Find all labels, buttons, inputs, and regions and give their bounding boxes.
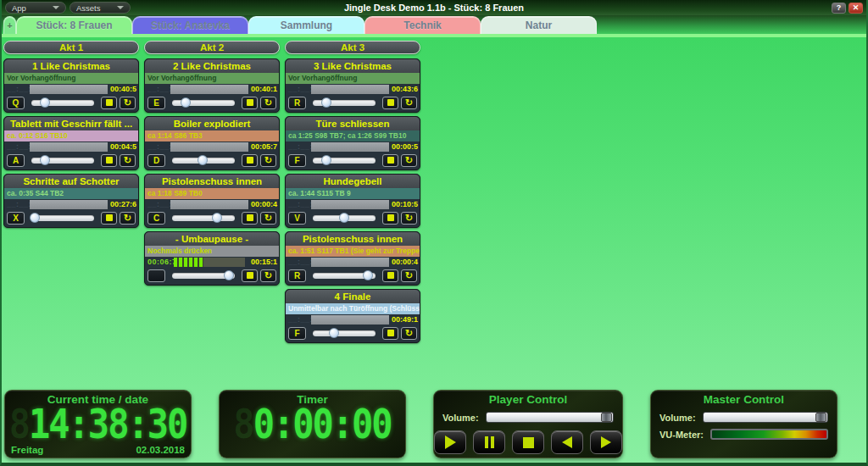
hotkey-button[interactable]: R: [288, 97, 306, 109]
cue-card: Tablett mit Geschirr fällt ...ca. 0:12 S…: [3, 116, 139, 170]
loop-button[interactable]: ↻: [120, 154, 136, 167]
slider-thumb[interactable]: [181, 97, 191, 108]
act-header[interactable]: Akt 1: [3, 41, 139, 54]
stop-button[interactable]: [101, 154, 117, 167]
cue-time-row: __:__:__00:40:5: [4, 84, 138, 95]
cue-time-row: __:__:__00:04:5: [4, 141, 138, 153]
cue-progress-fill: [174, 258, 203, 267]
cue-volume-slider[interactable]: [172, 100, 235, 106]
loop-button[interactable]: ↻: [401, 212, 417, 225]
loop-button[interactable]: ↻: [401, 327, 417, 340]
slider-thumb[interactable]: [40, 155, 50, 165]
cue-volume-slider[interactable]: [172, 273, 235, 279]
stop-button[interactable]: [382, 212, 398, 225]
loop-button[interactable]: ↻: [401, 97, 417, 109]
stop-button[interactable]: [512, 430, 544, 454]
hotkey-button[interactable]: F: [288, 327, 306, 340]
hotkey-button[interactable]: C: [147, 212, 165, 225]
loop-button[interactable]: ↻: [260, 97, 276, 109]
master-volume-slider[interactable]: [703, 412, 828, 423]
stop-button[interactable]: [382, 327, 398, 340]
cue-volume-slider[interactable]: [313, 215, 376, 221]
slider-thumb[interactable]: [339, 213, 349, 223]
cue-volume-slider[interactable]: [31, 215, 94, 221]
loop-button[interactable]: ↻: [401, 154, 417, 167]
help-button[interactable]: ?: [832, 3, 846, 14]
slider-thumb[interactable]: [224, 270, 234, 280]
slider-thumb[interactable]: [198, 155, 208, 165]
stop-button[interactable]: [101, 97, 117, 109]
slider-thumb[interactable]: [40, 97, 50, 108]
stop-button[interactable]: [242, 212, 258, 225]
act-column-1: Akt 11 Like ChristmasVor Vorhangöffnung_…: [3, 41, 139, 347]
hotkey-button[interactable]: Q: [7, 97, 25, 109]
cue-time-row: __:__:__00:27:6: [4, 199, 138, 210]
next-button[interactable]: [590, 430, 622, 454]
add-tab-button[interactable]: +: [3, 16, 16, 34]
cue-title: Tablett mit Geschirr fällt ...: [4, 117, 138, 130]
stop-button[interactable]: [242, 154, 258, 167]
hotkey-button[interactable]: R: [288, 269, 306, 282]
hotkey-button[interactable]: A: [7, 154, 25, 167]
hotkey-button[interactable]: [147, 269, 165, 282]
hotkey-button[interactable]: D: [147, 154, 165, 167]
cue-time-row: __:__:__00:10:5: [286, 199, 420, 210]
stop-icon: [387, 99, 394, 106]
hotkey-button[interactable]: E: [147, 97, 165, 109]
slider-thumb[interactable]: [329, 328, 339, 338]
stop-button[interactable]: [242, 97, 258, 109]
transport-controls: [434, 430, 622, 454]
window-controls: ? ✕: [832, 3, 866, 14]
pause-button[interactable]: [473, 430, 505, 454]
tab-5[interactable]: Natur: [481, 16, 597, 34]
cue-time-row: __:__:__00:00:4: [286, 257, 420, 268]
cue-volume-slider[interactable]: [313, 158, 376, 164]
loop-button[interactable]: ↻: [260, 212, 276, 225]
cue-controls: C↻: [145, 210, 279, 227]
player-volume-thumb[interactable]: [601, 413, 612, 422]
play-icon: [445, 435, 456, 449]
cue-volume-slider[interactable]: [31, 100, 94, 106]
cue-title: Hundegebell: [286, 175, 420, 188]
slider-thumb[interactable]: [212, 213, 222, 223]
tab-4[interactable]: Technik: [364, 16, 481, 34]
act-header[interactable]: Akt 3: [285, 41, 420, 54]
cue-volume-slider[interactable]: [313, 273, 376, 279]
play-button[interactable]: [434, 430, 466, 454]
act-header[interactable]: Akt 2: [144, 41, 280, 54]
player-volume-slider[interactable]: [486, 412, 614, 423]
cue-volume-slider[interactable]: [31, 158, 94, 164]
tab-2[interactable]: Stück: Anatevka: [132, 16, 248, 34]
close-button[interactable]: ✕: [849, 3, 863, 14]
loop-button[interactable]: ↻: [260, 269, 276, 282]
hotkey-button[interactable]: X: [7, 212, 25, 225]
cue-controls: V↻: [286, 210, 420, 227]
tab-1[interactable]: Stück: 8 Frauen: [16, 16, 132, 34]
cue-progress-bar: [174, 258, 245, 267]
cue-volume-slider[interactable]: [313, 330, 376, 336]
cue-note: ca. 1:51 S117 TB1 (Sie geht zur Treppe): [286, 246, 420, 257]
stop-button[interactable]: [242, 269, 258, 282]
stop-button[interactable]: [101, 212, 117, 225]
prev-button[interactable]: [551, 430, 583, 454]
vu-meter-bar: [710, 429, 828, 440]
slider-thumb[interactable]: [321, 155, 331, 165]
slider-thumb[interactable]: [321, 97, 331, 108]
hotkey-button[interactable]: F: [288, 154, 306, 167]
tab-3[interactable]: Sammlung: [248, 16, 364, 34]
loop-button[interactable]: ↻: [260, 154, 276, 167]
stop-button[interactable]: [382, 97, 398, 109]
loop-button[interactable]: ↻: [401, 269, 417, 282]
hotkey-button[interactable]: V: [288, 212, 306, 225]
stop-button[interactable]: [382, 154, 398, 167]
master-volume-thumb[interactable]: [815, 413, 826, 422]
cue-volume-slider[interactable]: [313, 100, 376, 106]
stop-button[interactable]: [382, 269, 398, 282]
cue-volume-slider[interactable]: [172, 215, 235, 221]
cue-volume-slider[interactable]: [172, 158, 235, 164]
loop-button[interactable]: ↻: [120, 212, 136, 225]
loop-button[interactable]: ↻: [120, 97, 136, 109]
cue-note: ca. 0:35 S44 TB2: [4, 188, 138, 199]
slider-thumb[interactable]: [30, 213, 40, 223]
slider-thumb[interactable]: [363, 270, 373, 280]
